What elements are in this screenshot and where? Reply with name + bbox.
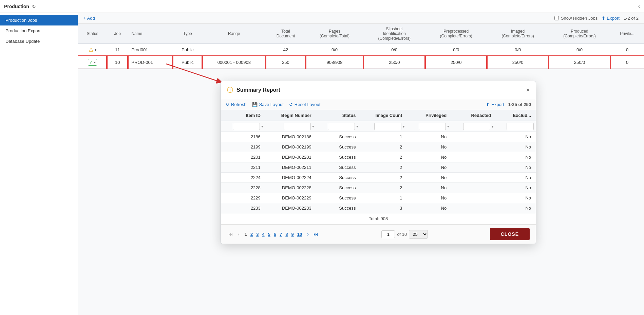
summary-table-wrap: Item ID Begin Number Status Image Count … xyxy=(221,110,536,224)
col-type: Type xyxy=(173,24,202,44)
of-pages-label: of 10 xyxy=(397,232,407,237)
sidebar-item-production-jobs[interactable]: Production Jobs xyxy=(0,15,78,25)
job-range: 000001 - 000908 xyxy=(202,56,266,69)
filter-row: ▾ ▾ ▾ ▾ ▾ ▾ xyxy=(221,121,536,132)
toolbar-right: Show Hidden Jobs ⬆ Export 1-2 of 2 xyxy=(554,16,639,21)
sidebar-item-database-update[interactable]: Database Update xyxy=(0,36,78,47)
cell-privileged: No xyxy=(407,152,451,162)
success-icon[interactable]: ✓ ▾ xyxy=(88,59,97,66)
job-number: 11 xyxy=(107,44,128,56)
cell-redacted xyxy=(451,183,496,193)
page-number-input[interactable] xyxy=(381,230,395,238)
close-button[interactable]: CLOSE xyxy=(490,228,530,240)
cell-excluded: No xyxy=(496,183,536,193)
cell-item-id: 2228 xyxy=(221,183,265,193)
show-hidden-jobs-label[interactable]: Show Hidden Jobs xyxy=(554,16,598,21)
page-number[interactable]: 10 xyxy=(296,231,304,238)
total-row: Total: 908 xyxy=(221,213,536,224)
modal-footer: ⏮ ‹ 12345678910 › ⏭ of 10 25 50 100 xyxy=(221,224,536,244)
table-header-row: Status Job Name Type Range TotalDocument… xyxy=(78,24,644,44)
job-produced: 250/0 xyxy=(549,56,610,69)
add-button[interactable]: + Add xyxy=(83,16,95,21)
filter-begin-number[interactable] xyxy=(284,123,311,130)
col-job: Job xyxy=(107,24,128,44)
next-page-button[interactable]: › xyxy=(306,231,310,238)
filter-icon[interactable]: ▾ xyxy=(356,124,358,129)
table-row: ⚠ ▾ 11 Prod001 Public 42 0/0 0/0 0/0 0/0 xyxy=(78,44,644,56)
job-privilege: 0 xyxy=(610,44,644,56)
col-excluded: Exclud... xyxy=(496,110,536,121)
job-pages: 0/0 xyxy=(306,44,363,56)
page-number[interactable]: 4 xyxy=(260,231,266,238)
filter-item-id[interactable] xyxy=(233,123,260,130)
page-number[interactable]: 7 xyxy=(278,231,284,238)
refresh-button[interactable]: ↻ Refresh xyxy=(226,102,247,107)
cell-redacted xyxy=(451,152,496,162)
modal-export-button[interactable]: ⬆ Export xyxy=(486,102,504,107)
sidebar-item-production-export[interactable]: Production Export xyxy=(0,25,78,36)
page-number[interactable]: 9 xyxy=(290,231,296,238)
col-redacted: Redacted xyxy=(451,110,496,121)
collapse-button[interactable]: ‹ xyxy=(638,3,640,10)
page-number[interactable]: 6 xyxy=(272,231,278,238)
summary-report-modal: ⓘ Summary Report × ↻ Refresh 💾 Save Layo… xyxy=(221,81,536,244)
col-range: Range xyxy=(202,24,266,44)
header-title: Production xyxy=(4,4,29,9)
export-button[interactable]: ⬆ Export xyxy=(602,16,620,21)
filter-redacted[interactable] xyxy=(463,123,490,130)
page-number[interactable]: 5 xyxy=(266,231,272,238)
jobs-toolbar: + Add Show Hidden Jobs ⬆ Export 1-2 of 2 xyxy=(78,13,644,24)
last-page-button[interactable]: ⏭ xyxy=(312,231,320,238)
cell-begin-number: DEMO-002201 xyxy=(265,152,316,162)
col-privileged: Privileged xyxy=(407,110,451,121)
filter-excluded[interactable] xyxy=(507,123,534,130)
prev-page-button[interactable]: ‹ xyxy=(236,231,241,238)
filter-privileged[interactable] xyxy=(419,123,446,130)
list-item: 2201 DEMO-002201 Success 2 No No xyxy=(221,152,536,162)
show-hidden-checkbox[interactable] xyxy=(554,16,559,20)
reset-layout-button[interactable]: ↺ Reset Layout xyxy=(289,102,321,107)
cell-item-id: 2186 xyxy=(221,132,265,142)
pagination-info: 1-2 of 2 xyxy=(624,16,639,21)
filter-image-count[interactable] xyxy=(374,123,401,130)
cell-begin-number: DEMO-002233 xyxy=(265,203,316,213)
filter-icon[interactable]: ▾ xyxy=(492,124,494,129)
warning-icon: ⚠ xyxy=(89,47,93,53)
cell-image-count: 1 xyxy=(360,193,407,203)
status-dropdown[interactable]: ▾ xyxy=(94,60,96,64)
col-name: Name xyxy=(128,24,173,44)
export-icon: ⬆ xyxy=(602,16,605,21)
modal-close-button[interactable]: × xyxy=(526,87,530,93)
export-icon: ⬆ xyxy=(486,102,490,107)
refresh-icon[interactable]: ↻ xyxy=(32,4,36,9)
main-layout: Production Jobs Production Export Databa… xyxy=(0,13,644,315)
save-icon: 💾 xyxy=(252,102,258,107)
job-type: Public xyxy=(173,44,202,56)
save-layout-button[interactable]: 💾 Save Layout xyxy=(252,102,284,107)
cell-status: Success xyxy=(316,142,361,152)
cell-redacted xyxy=(451,162,496,173)
cell-redacted xyxy=(451,142,496,152)
job-produced: 0/0 xyxy=(549,44,610,56)
col-item-id: Item ID xyxy=(221,110,265,121)
job-imaged: 250/0 xyxy=(487,56,549,69)
modal-title: Summary Report xyxy=(236,87,523,93)
page-number[interactable]: 2 xyxy=(249,231,254,238)
cell-item-id: 2211 xyxy=(221,162,265,173)
filter-icon[interactable]: ▾ xyxy=(447,124,449,129)
filter-icon[interactable]: ▾ xyxy=(261,124,263,129)
filter-status[interactable] xyxy=(328,123,355,130)
cell-privileged: No xyxy=(407,173,451,183)
filter-icon[interactable]: ▾ xyxy=(312,124,314,129)
filter-icon[interactable]: ▾ xyxy=(403,124,405,129)
page-number[interactable]: 1 xyxy=(243,231,249,238)
job-range xyxy=(202,44,266,56)
page-number[interactable]: 3 xyxy=(254,231,260,238)
first-page-button[interactable]: ⏮ xyxy=(227,231,234,238)
cell-redacted xyxy=(451,193,496,203)
header: Production ↻ ‹ xyxy=(0,0,644,13)
cell-item-id: 2233 xyxy=(221,203,265,213)
status-dropdown[interactable]: ▾ xyxy=(95,48,96,52)
page-size-select[interactable]: 25 50 100 xyxy=(409,230,428,239)
page-number[interactable]: 8 xyxy=(284,231,289,238)
